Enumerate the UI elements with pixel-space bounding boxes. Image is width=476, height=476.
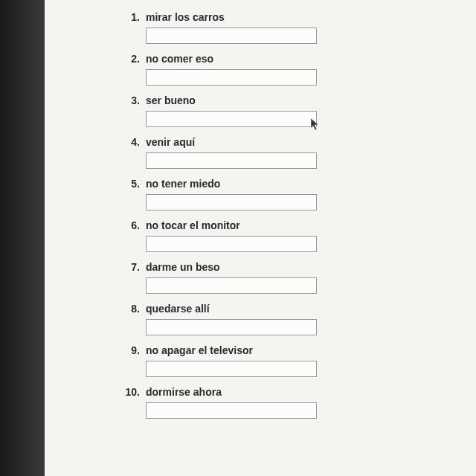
question-number: 4. bbox=[119, 136, 140, 148]
question-number: 2. bbox=[119, 53, 140, 65]
question-item: 4. venir aquí bbox=[119, 136, 431, 169]
question-prompt: no tocar el monitor bbox=[146, 219, 431, 231]
question-prompt: venir aquí bbox=[146, 136, 431, 148]
question-item: 8. quedarse allí bbox=[119, 303, 431, 335]
answer-input[interactable] bbox=[146, 361, 317, 377]
answer-input[interactable] bbox=[146, 194, 317, 210]
question-number: 7. bbox=[119, 261, 140, 273]
prompt-row: 9. no apagar el televisor bbox=[119, 344, 431, 356]
prompt-row: 7. darme un beso bbox=[119, 261, 431, 273]
prompt-row: 5. no tener miedo bbox=[119, 178, 431, 190]
question-number: 1. bbox=[119, 11, 140, 23]
answer-input[interactable] bbox=[146, 319, 317, 335]
question-number: 8. bbox=[119, 303, 140, 315]
question-number: 10. bbox=[119, 386, 140, 398]
answer-input[interactable] bbox=[146, 69, 317, 86]
answer-input[interactable] bbox=[146, 236, 317, 252]
prompt-row: 3. ser bueno bbox=[119, 94, 431, 106]
question-item: 6. no tocar el monitor bbox=[119, 219, 431, 252]
prompt-row: 4. venir aquí bbox=[119, 136, 431, 148]
question-prompt: no tener miedo bbox=[146, 178, 431, 190]
question-prompt: quedarse allí bbox=[146, 303, 431, 315]
prompt-row: 2. no comer eso bbox=[119, 53, 431, 65]
question-prompt: no apagar el televisor bbox=[146, 344, 431, 356]
question-item: 7. darme un beso bbox=[119, 261, 431, 294]
question-item: 3. ser bueno bbox=[119, 94, 431, 127]
dark-page-edge bbox=[0, 0, 45, 476]
answer-input[interactable] bbox=[146, 402, 317, 419]
question-prompt: dormirse ahora bbox=[146, 386, 431, 398]
question-number: 3. bbox=[119, 94, 140, 106]
worksheet-page: 1. mirar los carros 2. no comer eso 3. s… bbox=[45, 0, 476, 476]
prompt-row: 6. no tocar el monitor bbox=[119, 219, 431, 231]
question-prompt: mirar los carros bbox=[146, 11, 431, 23]
question-item: 2. no comer eso bbox=[119, 53, 431, 86]
question-number: 5. bbox=[119, 178, 140, 190]
answer-input[interactable] bbox=[146, 277, 317, 294]
question-number: 9. bbox=[119, 344, 140, 356]
answer-input[interactable] bbox=[146, 152, 317, 169]
answer-input[interactable] bbox=[146, 28, 317, 44]
question-item: 10. dormirse ahora bbox=[119, 386, 431, 419]
question-item: 1. mirar los carros bbox=[119, 11, 431, 44]
answer-input[interactable] bbox=[146, 111, 317, 127]
question-prompt: no comer eso bbox=[146, 53, 431, 65]
prompt-row: 1. mirar los carros bbox=[119, 11, 431, 23]
question-prompt: darme un beso bbox=[146, 261, 431, 273]
question-list: 1. mirar los carros 2. no comer eso 3. s… bbox=[45, 11, 476, 419]
prompt-row: 10. dormirse ahora bbox=[119, 386, 431, 398]
question-item: 5. no tener miedo bbox=[119, 178, 431, 210]
mouse-cursor-icon bbox=[310, 118, 322, 132]
prompt-row: 8. quedarse allí bbox=[119, 303, 431, 315]
question-item: 9. no apagar el televisor bbox=[119, 344, 431, 377]
question-number: 6. bbox=[119, 219, 140, 231]
question-prompt: ser bueno bbox=[146, 94, 431, 106]
